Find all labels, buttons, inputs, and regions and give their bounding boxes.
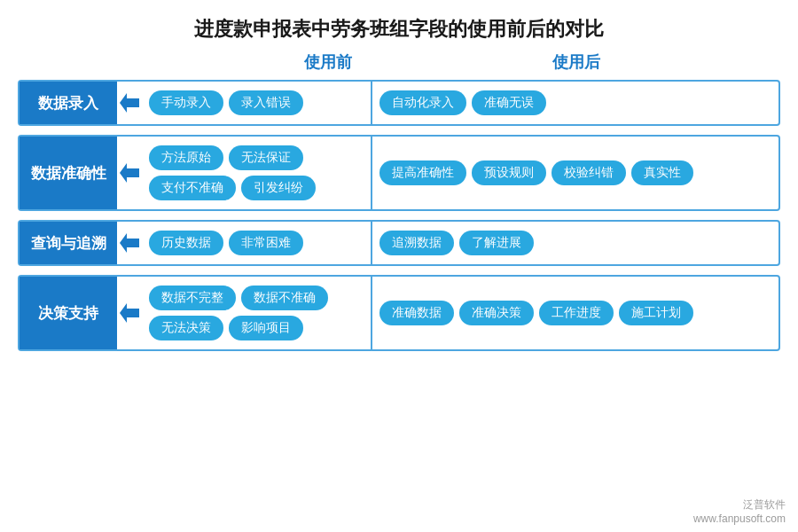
tag: 工作进度: [539, 301, 614, 325]
tag: 历史数据: [149, 231, 223, 255]
before-section: 数据不完整数据不准确无法决策影响项目: [142, 277, 372, 349]
category-label: 数据准确性: [20, 137, 117, 209]
arrow-svg: [120, 163, 139, 183]
category-label: 决策支持: [20, 277, 117, 349]
table-row: 数据录入 手动录入录入错误自动化录入准确无误: [18, 80, 780, 126]
tag: 真实性: [631, 160, 693, 185]
tag: 准确决策: [459, 301, 534, 325]
main-content: 数据录入 手动录入录入错误自动化录入准确无误数据准确性 方法原始无法保证支付不准…: [0, 80, 798, 351]
tag: 校验纠错: [552, 160, 626, 185]
tag: 引发纠纷: [241, 176, 316, 200]
tag: 准确数据: [379, 301, 454, 325]
tag: 无法保证: [229, 145, 303, 170]
tag: 录入错误: [229, 90, 303, 115]
tag: 追溯数据: [379, 231, 454, 255]
tag: 方法原始: [149, 145, 223, 170]
before-section: 手动录入录入错误: [142, 82, 372, 124]
tag: 预设规则: [472, 160, 546, 185]
after-section: 追溯数据了解进展: [372, 222, 778, 264]
tag: 数据不准确: [241, 286, 328, 310]
arrow-svg: [120, 93, 139, 113]
tag: 施工计划: [619, 301, 693, 325]
table-row: 数据准确性 方法原始无法保证支付不准确引发纠纷提高准确性预设规则校验纠错真实性: [18, 135, 780, 211]
watermark: 泛普软件 www.fanpusoft.com: [693, 497, 786, 525]
tag: 支付不准确: [149, 176, 236, 200]
arrow-icon: [117, 303, 142, 323]
after-section: 提高准确性预设规则校验纠错真实性: [372, 152, 778, 194]
tag: 提高准确性: [379, 160, 466, 185]
table-row: 查询与追溯 历史数据非常困难追溯数据了解进展: [18, 220, 780, 266]
svg-marker-1: [120, 163, 139, 183]
before-section: 历史数据非常困难: [142, 222, 372, 264]
tag: 自动化录入: [379, 90, 466, 115]
tag: 非常困难: [229, 231, 303, 255]
arrow-icon: [117, 163, 142, 183]
tag: 数据不完整: [149, 286, 236, 310]
arrow-svg: [120, 233, 139, 253]
category-label: 数据录入: [20, 82, 117, 124]
tag: 手动录入: [149, 90, 223, 115]
watermark-line2: www.fanpusoft.com: [693, 512, 786, 525]
arrow-icon: [117, 233, 142, 253]
tag: 无法决策: [149, 316, 223, 340]
category-label: 查询与追溯: [20, 222, 117, 264]
col-header-before: 使用前: [204, 51, 452, 73]
table-row: 决策支持 数据不完整数据不准确无法决策影响项目准确数据准确决策工作进度施工计划: [18, 275, 780, 351]
col-header-after: 使用后: [452, 51, 700, 73]
page-title: 进度款申报表中劳务班组字段的使用前后的对比: [0, 0, 798, 51]
svg-marker-0: [120, 93, 139, 113]
watermark-line1: 泛普软件: [693, 497, 786, 512]
after-section: 自动化录入准确无误: [372, 82, 778, 124]
tag: 影响项目: [229, 316, 303, 340]
after-section: 准确数据准确决策工作进度施工计划: [372, 292, 778, 334]
arrow-icon: [117, 93, 142, 113]
tag: 了解进展: [459, 231, 534, 255]
before-section: 方法原始无法保证支付不准确引发纠纷: [142, 137, 372, 209]
svg-marker-2: [120, 233, 139, 253]
arrow-svg: [120, 303, 139, 323]
svg-marker-3: [120, 303, 139, 323]
tag: 准确无误: [472, 90, 546, 115]
column-headers: 使用前 使用后: [0, 51, 798, 73]
